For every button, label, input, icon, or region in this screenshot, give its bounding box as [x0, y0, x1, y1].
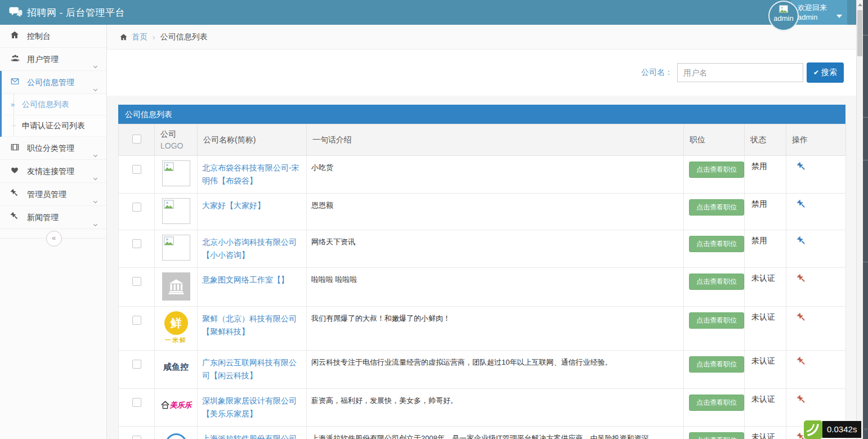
home-icon — [119, 33, 128, 41]
row-checkbox[interactable] — [132, 165, 141, 174]
select-all-checkbox[interactable] — [132, 135, 141, 144]
company-name-link[interactable]: 北京小小咨询科技有限公司【小小咨询】 — [202, 236, 302, 262]
row-checkbox[interactable] — [132, 203, 141, 212]
company-name-link[interactable]: 上海派拉软件股份有限公司【派拉软件】 — [202, 432, 302, 439]
column-header-logo: 公司 LOGO — [155, 124, 198, 156]
broken-image-icon — [164, 236, 174, 245]
row-checkbox[interactable] — [132, 316, 141, 325]
broken-image-icon — [164, 162, 174, 171]
row-checkbox[interactable] — [132, 398, 141, 407]
view-positions-button[interactable]: 点击查看职位 — [689, 236, 744, 252]
row-action-button[interactable] — [797, 274, 807, 285]
broken-image-placeholder — [162, 235, 190, 261]
meilele-logo: 美乐乐 — [159, 393, 193, 410]
row-action-button[interactable] — [797, 162, 807, 173]
company-intro: 恩恩额 — [311, 199, 333, 210]
row-action-button[interactable] — [797, 312, 807, 324]
status-text: 禁用 — [751, 199, 767, 208]
app-title: 招聘网 - 后台管理平台 — [27, 6, 125, 19]
row-checkbox[interactable] — [132, 436, 141, 439]
row-action-button[interactable] — [797, 236, 807, 248]
company-name-link[interactable]: 聚鲜（北京）科技有限公司【聚鲜科技】 — [202, 312, 302, 338]
vertical-scrollbar[interactable] — [856, 0, 863, 439]
sidebar-item-news-management[interactable]: 新闻管理 — [0, 206, 106, 229]
row-action-button[interactable] — [797, 356, 807, 368]
broken-image-icon — [779, 5, 788, 13]
view-positions-button[interactable]: 点击查看职位 — [689, 432, 744, 439]
view-positions-button[interactable]: 点击查看职位 — [689, 312, 744, 329]
execution-time-badge[interactable]: 0.0342s — [822, 421, 861, 438]
company-name-link[interactable]: 深圳象限家居设计有限公司【美乐乐家居】 — [202, 395, 302, 420]
status-text: 未认证 — [751, 274, 775, 283]
view-positions-button[interactable]: 点击查看职位 — [689, 274, 744, 290]
scrollbar-up-icon[interactable] — [858, 3, 862, 6]
gavel-icon — [797, 162, 807, 172]
sidebar-item-company-info-management[interactable]: 公司信息管理 — [2, 71, 106, 94]
search-label: 公司名： — [641, 68, 673, 78]
house-icon — [160, 401, 170, 409]
status-text: 禁用 — [751, 162, 767, 171]
welcome-text: 欢迎回来 — [798, 3, 842, 12]
row-action-button[interactable] — [797, 395, 807, 406]
sidebar-item-administrator-management[interactable]: 管理员管理 — [0, 183, 106, 206]
row-action-button[interactable] — [797, 199, 807, 211]
window-edge-strip — [863, 0, 868, 439]
user-menu[interactable]: 欢迎回来 admin — [791, 0, 847, 25]
company-name-link[interactable]: 北京布袋谷科技有限公司-宋明伟【布袋谷】 — [202, 162, 302, 187]
status-text: 未认证 — [751, 395, 775, 404]
column-header-status: 状态 — [745, 124, 786, 156]
company-name-search-input[interactable] — [677, 63, 803, 82]
gavel-icon — [797, 274, 807, 284]
view-positions-button[interactable]: 点击查看职位 — [689, 199, 744, 216]
row-checkbox[interactable] — [132, 239, 141, 248]
top-header-bar: 招聘网 - 后台管理平台 欢迎回来 admin — [0, 0, 868, 25]
broken-image-placeholder — [162, 160, 190, 186]
breadcrumb: 首页 › 公司信息列表 — [107, 25, 856, 50]
company-intro: 网络天下资讯 — [311, 236, 355, 247]
gavel-icon — [797, 312, 807, 322]
table-row: 意象图文网络工作室【】啦啦啦 啦啦啦点击查看职位未认证 — [119, 268, 846, 307]
company-name-link[interactable]: 广东闲云互联网科技有限公司【闲云科技】 — [202, 356, 302, 382]
breadcrumb-current: 公司信息列表 — [160, 32, 208, 42]
heart-icon — [10, 160, 21, 183]
broken-image-placeholder — [162, 198, 190, 224]
company-name-link[interactable]: 意象图文网络工作室【】 — [202, 274, 302, 286]
thinkphp-logo-icon[interactable] — [804, 420, 822, 439]
users-icon — [10, 48, 21, 71]
scrollbar-thumb[interactable] — [857, 10, 862, 56]
sidebar-subitem-certification-company-list[interactable]: 申请认证公司列表 — [2, 115, 106, 137]
tree-dash-icon — [12, 126, 16, 126]
film-icon — [10, 137, 21, 160]
sidebar-item-friendly-links-management[interactable]: 友情连接管理 — [0, 160, 106, 183]
check-icon: ✔ — [813, 69, 819, 77]
table-row: 北京布袋谷科技有限公司-宋明伟【布袋谷】小吃货点击查看职位禁用 — [119, 156, 846, 194]
company-name-link[interactable]: 大家好【大家好】 — [202, 199, 302, 212]
view-positions-button[interactable]: 点击查看职位 — [689, 162, 744, 178]
sidebar-collapse-button[interactable]: « — [46, 231, 62, 247]
avatar-alt-text: admin — [769, 14, 798, 23]
sidebar-item-position-category-management[interactable]: 职位分类管理 — [0, 137, 106, 160]
row-checkbox[interactable] — [132, 277, 141, 286]
breadcrumb-home-link[interactable]: 首页 — [132, 32, 147, 42]
broken-image-icon — [164, 200, 174, 209]
gavel-icon — [797, 199, 807, 209]
chevron-down-icon[interactable] — [863, 428, 868, 431]
bank-logo — [162, 272, 190, 301]
breadcrumb-separator: › — [153, 33, 155, 42]
search-button[interactable]: ✔搜索 — [807, 62, 844, 83]
sidebar-subitem-company-info-list[interactable]: » 公司信息列表 — [2, 94, 106, 115]
view-positions-button[interactable]: 点击查看职位 — [689, 395, 744, 411]
debug-trace-widget: 0.0342s — [804, 420, 868, 439]
company-intro: 我们有屌爆了的大叔！和嫩爆了的小鲜肉！ — [311, 312, 450, 324]
sidebar-item-user-management[interactable]: 用户管理 — [0, 48, 106, 71]
company-intro: 啦啦啦 啦啦啦 — [311, 274, 357, 285]
table-row: 大家好【大家好】恩恩额点击查看职位禁用 — [119, 194, 846, 230]
row-checkbox[interactable] — [132, 360, 141, 369]
gavel-icon — [797, 395, 807, 405]
sidebar-collapse-row: « — [0, 229, 106, 248]
sidebar-item-console[interactable]: 控制台 — [0, 25, 106, 48]
table-row: 鲜一米鲜聚鲜（北京）科技有限公司【聚鲜科技】我们有屌爆了的大叔！和嫩爆了的小鲜肉… — [119, 307, 846, 351]
avatar[interactable]: admin — [768, 1, 799, 31]
view-positions-button[interactable]: 点击查看职位 — [689, 356, 744, 373]
company-intro: 上海派拉软件股份有限公司创立于2008年，是一家企业级IT管理平台解决方案供应商… — [311, 432, 648, 439]
